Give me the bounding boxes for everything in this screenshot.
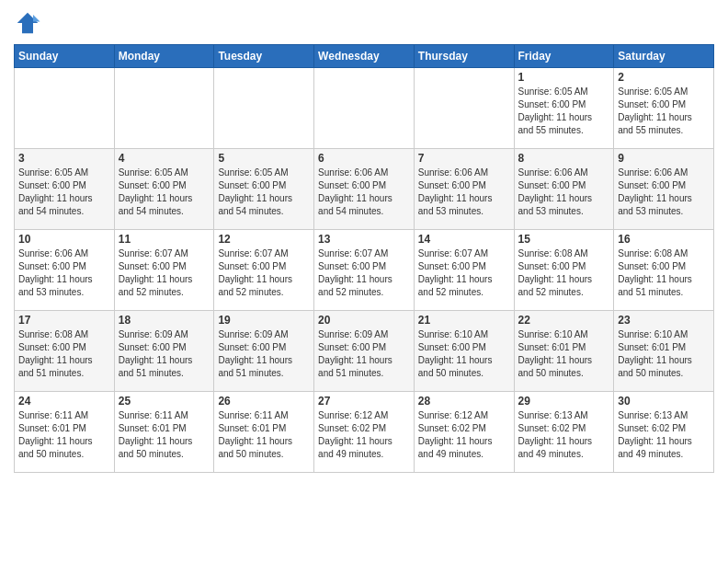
day-info: Sunrise: 6:11 AM Sunset: 6:01 PM Dayligh…: [119, 409, 210, 461]
day-info: Sunrise: 6:07 AM Sunset: 6:00 PM Dayligh…: [119, 247, 210, 299]
day-info: Sunrise: 6:07 AM Sunset: 6:00 PM Dayligh…: [418, 247, 510, 299]
calendar-cell: 1Sunrise: 6:05 AM Sunset: 6:00 PM Daylig…: [514, 68, 614, 149]
day-number: 17: [18, 314, 110, 327]
day-header-wednesday: Wednesday: [314, 45, 415, 68]
day-info: Sunrise: 6:09 AM Sunset: 6:00 PM Dayligh…: [318, 328, 410, 380]
day-number: 4: [119, 152, 210, 165]
day-number: 6: [318, 152, 410, 165]
calendar-cell: 11Sunrise: 6:07 AM Sunset: 6:00 PM Dayli…: [114, 230, 214, 311]
calendar-cell: [414, 68, 514, 149]
calendar-cell: 20Sunrise: 6:09 AM Sunset: 6:00 PM Dayli…: [314, 311, 415, 392]
day-number: 5: [218, 152, 310, 165]
day-info: Sunrise: 6:06 AM Sunset: 6:00 PM Dayligh…: [18, 247, 110, 299]
day-number: 9: [618, 152, 710, 165]
calendar-cell: [114, 68, 214, 149]
day-number: 16: [618, 233, 710, 246]
day-number: 20: [318, 314, 410, 327]
day-info: Sunrise: 6:09 AM Sunset: 6:00 PM Dayligh…: [119, 328, 210, 380]
day-number: 8: [518, 152, 610, 165]
day-info: Sunrise: 6:11 AM Sunset: 6:01 PM Dayligh…: [218, 409, 310, 461]
calendar-cell: 3Sunrise: 6:05 AM Sunset: 6:00 PM Daylig…: [15, 149, 115, 230]
day-info: Sunrise: 6:05 AM Sunset: 6:00 PM Dayligh…: [18, 167, 110, 218]
calendar-cell: 15Sunrise: 6:08 AM Sunset: 6:00 PM Dayli…: [514, 230, 614, 311]
calendar-cell: 26Sunrise: 6:11 AM Sunset: 6:01 PM Dayli…: [214, 392, 314, 473]
day-number: 29: [518, 395, 610, 408]
calendar-cell: 22Sunrise: 6:10 AM Sunset: 6:01 PM Dayli…: [514, 311, 614, 392]
day-number: 1: [518, 71, 610, 84]
day-header-sunday: Sunday: [15, 45, 115, 68]
calendar-cell: 6Sunrise: 6:06 AM Sunset: 6:00 PM Daylig…: [314, 149, 415, 230]
calendar-cell: 21Sunrise: 6:10 AM Sunset: 6:00 PM Dayli…: [414, 311, 514, 392]
calendar: SundayMondayTuesdayWednesdayThursdayFrid…: [14, 44, 714, 473]
calendar-cell: 19Sunrise: 6:09 AM Sunset: 6:00 PM Dayli…: [214, 311, 314, 392]
day-number: 27: [318, 395, 410, 408]
day-number: 11: [119, 233, 210, 246]
calendar-cell: 18Sunrise: 6:09 AM Sunset: 6:00 PM Dayli…: [114, 311, 214, 392]
calendar-cell: 2Sunrise: 6:05 AM Sunset: 6:00 PM Daylig…: [614, 68, 714, 149]
header: [14, 9, 714, 37]
day-number: 23: [618, 314, 710, 327]
svg-marker-1: [33, 15, 40, 22]
calendar-cell: 28Sunrise: 6:12 AM Sunset: 6:02 PM Dayli…: [414, 392, 514, 473]
day-header-monday: Monday: [114, 45, 214, 68]
calendar-cell: 29Sunrise: 6:13 AM Sunset: 6:02 PM Dayli…: [514, 392, 614, 473]
day-number: 19: [218, 314, 310, 327]
day-info: Sunrise: 6:06 AM Sunset: 6:00 PM Dayligh…: [518, 167, 610, 218]
calendar-cell: 8Sunrise: 6:06 AM Sunset: 6:00 PM Daylig…: [514, 149, 614, 230]
day-info: Sunrise: 6:08 AM Sunset: 6:00 PM Dayligh…: [18, 328, 110, 380]
day-info: Sunrise: 6:13 AM Sunset: 6:02 PM Dayligh…: [518, 409, 610, 461]
calendar-week-row: 10Sunrise: 6:06 AM Sunset: 6:00 PM Dayli…: [15, 230, 714, 311]
day-info: Sunrise: 6:06 AM Sunset: 6:00 PM Dayligh…: [418, 167, 510, 218]
day-info: Sunrise: 6:06 AM Sunset: 6:00 PM Dayligh…: [618, 167, 710, 218]
day-info: Sunrise: 6:05 AM Sunset: 6:00 PM Dayligh…: [618, 86, 710, 137]
day-header-friday: Friday: [514, 45, 614, 68]
calendar-cell: 13Sunrise: 6:07 AM Sunset: 6:00 PM Dayli…: [314, 230, 415, 311]
day-number: 25: [119, 395, 210, 408]
svg-marker-0: [17, 13, 39, 34]
day-info: Sunrise: 6:05 AM Sunset: 6:00 PM Dayligh…: [218, 167, 310, 218]
calendar-cell: 9Sunrise: 6:06 AM Sunset: 6:00 PM Daylig…: [614, 149, 714, 230]
calendar-week-row: 3Sunrise: 6:05 AM Sunset: 6:00 PM Daylig…: [15, 149, 714, 230]
day-info: Sunrise: 6:07 AM Sunset: 6:00 PM Dayligh…: [318, 247, 410, 299]
day-number: 3: [18, 152, 110, 165]
calendar-cell: 30Sunrise: 6:13 AM Sunset: 6:02 PM Dayli…: [614, 392, 714, 473]
day-number: 21: [418, 314, 510, 327]
calendar-cell: 17Sunrise: 6:08 AM Sunset: 6:00 PM Dayli…: [15, 311, 115, 392]
calendar-cell: 4Sunrise: 6:05 AM Sunset: 6:00 PM Daylig…: [114, 149, 214, 230]
calendar-cell: 27Sunrise: 6:12 AM Sunset: 6:02 PM Dayli…: [314, 392, 415, 473]
calendar-week-row: 17Sunrise: 6:08 AM Sunset: 6:00 PM Dayli…: [15, 311, 714, 392]
day-info: Sunrise: 6:10 AM Sunset: 6:00 PM Dayligh…: [418, 328, 510, 380]
calendar-cell: 16Sunrise: 6:08 AM Sunset: 6:00 PM Dayli…: [614, 230, 714, 311]
day-header-saturday: Saturday: [614, 45, 714, 68]
day-header-thursday: Thursday: [414, 45, 514, 68]
day-info: Sunrise: 6:07 AM Sunset: 6:00 PM Dayligh…: [218, 247, 310, 299]
day-info: Sunrise: 6:13 AM Sunset: 6:02 PM Dayligh…: [618, 409, 710, 461]
calendar-cell: 5Sunrise: 6:05 AM Sunset: 6:00 PM Daylig…: [214, 149, 314, 230]
calendar-cell: [15, 68, 115, 149]
day-info: Sunrise: 6:05 AM Sunset: 6:00 PM Dayligh…: [119, 167, 210, 218]
calendar-cell: 24Sunrise: 6:11 AM Sunset: 6:01 PM Dayli…: [15, 392, 115, 473]
day-info: Sunrise: 6:08 AM Sunset: 6:00 PM Dayligh…: [618, 247, 710, 299]
day-number: 12: [218, 233, 310, 246]
day-number: 30: [618, 395, 710, 408]
calendar-cell: 14Sunrise: 6:07 AM Sunset: 6:00 PM Dayli…: [414, 230, 514, 311]
day-number: 14: [418, 233, 510, 246]
calendar-cell: [314, 68, 415, 149]
calendar-week-row: 24Sunrise: 6:11 AM Sunset: 6:01 PM Dayli…: [15, 392, 714, 473]
day-number: 18: [119, 314, 210, 327]
day-info: Sunrise: 6:05 AM Sunset: 6:00 PM Dayligh…: [518, 86, 610, 137]
calendar-cell: 10Sunrise: 6:06 AM Sunset: 6:00 PM Dayli…: [15, 230, 115, 311]
calendar-cell: [214, 68, 314, 149]
calendar-cell: 25Sunrise: 6:11 AM Sunset: 6:01 PM Dayli…: [114, 392, 214, 473]
day-info: Sunrise: 6:10 AM Sunset: 6:01 PM Dayligh…: [518, 328, 610, 380]
calendar-week-row: 1Sunrise: 6:05 AM Sunset: 6:00 PM Daylig…: [15, 68, 714, 149]
page: SundayMondayTuesdayWednesdayThursdayFrid…: [0, 0, 728, 563]
logo-icon: [14, 9, 41, 37]
day-info: Sunrise: 6:12 AM Sunset: 6:02 PM Dayligh…: [318, 409, 410, 461]
day-info: Sunrise: 6:10 AM Sunset: 6:01 PM Dayligh…: [618, 328, 710, 380]
day-number: 22: [518, 314, 610, 327]
logo: [14, 9, 45, 37]
day-number: 28: [418, 395, 510, 408]
day-number: 10: [18, 233, 110, 246]
day-info: Sunrise: 6:11 AM Sunset: 6:01 PM Dayligh…: [18, 409, 110, 461]
